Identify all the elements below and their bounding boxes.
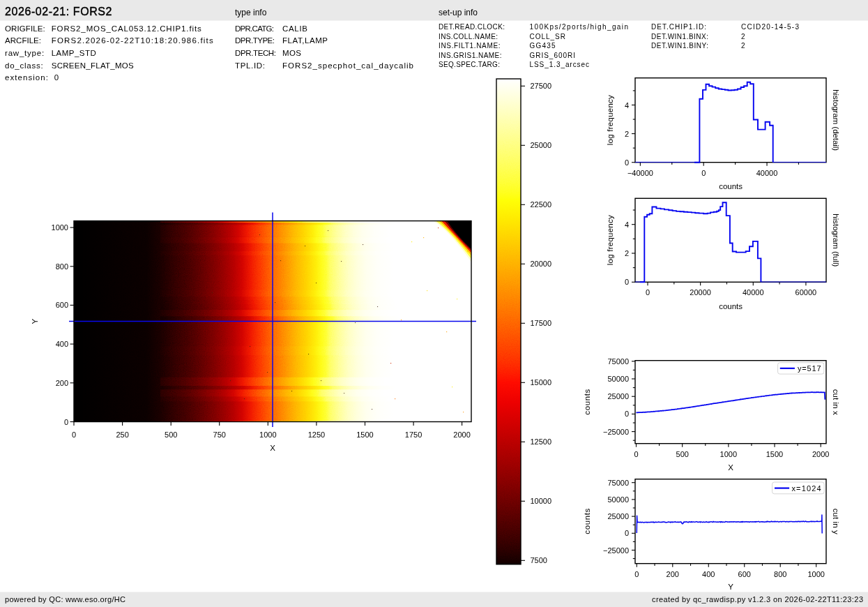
svg-text:1000: 1000	[52, 223, 68, 232]
svg-text:2: 2	[741, 42, 745, 50]
svg-text:1500: 1500	[356, 430, 373, 439]
svg-text:histogram (full): histogram (full)	[832, 213, 840, 267]
svg-text:INS.FILT1.NAME:: INS.FILT1.NAME:	[439, 42, 501, 50]
svg-text:FORS2_MOS_CAL053.12.CHIP1.fits: FORS2_MOS_CAL053.12.CHIP1.fits	[52, 24, 201, 33]
svg-text:750: 750	[213, 430, 226, 439]
svg-text:200: 200	[56, 379, 68, 387]
svg-text:CALIB: CALIB	[282, 24, 307, 33]
svg-text:400: 400	[56, 340, 68, 348]
svg-text:15000: 15000	[531, 378, 552, 387]
svg-text:100Kps/2ports/high_gain: 100Kps/2ports/high_gain	[530, 23, 629, 31]
svg-text:12500: 12500	[531, 437, 552, 446]
svg-text:histogram (detail): histogram (detail)	[832, 89, 840, 151]
svg-text:500: 500	[165, 430, 177, 439]
svg-text:2026-02-21: FORS2: 2026-02-21: FORS2	[5, 6, 112, 17]
svg-text:LAMP_STD: LAMP_STD	[52, 49, 96, 57]
svg-text:SCREEN_FLAT_MOS: SCREEN_FLAT_MOS	[52, 61, 134, 70]
svg-text:800: 800	[774, 570, 786, 578]
svg-text:−40000: −40000	[627, 169, 653, 177]
svg-text:1500: 1500	[766, 450, 783, 458]
svg-text:FORS2.2026-02-22T10:18:20.986.: FORS2.2026-02-22T10:18:20.986.fits	[52, 36, 213, 45]
svg-text:ARCFILE:: ARCFILE:	[5, 36, 41, 45]
svg-text:GG435: GG435	[530, 42, 556, 50]
svg-text:do_class:: do_class:	[5, 61, 43, 70]
svg-text:60000: 60000	[795, 288, 817, 297]
svg-text:DPR.CATG:: DPR.CATG:	[235, 24, 274, 33]
svg-text:MOS: MOS	[282, 49, 301, 57]
svg-text:0: 0	[54, 73, 59, 82]
svg-text:17500: 17500	[531, 319, 552, 327]
svg-text:DET.WIN1.BINX:: DET.WIN1.BINX:	[651, 33, 708, 40]
svg-text:type info: type info	[235, 8, 267, 17]
svg-text:22500: 22500	[531, 200, 552, 209]
svg-text:SEQ.SPEC.TARG:: SEQ.SPEC.TARG:	[439, 61, 500, 68]
svg-text:0: 0	[701, 169, 706, 177]
svg-text:log frequency: log frequency	[606, 95, 614, 145]
svg-text:0: 0	[625, 278, 629, 286]
svg-text:counts: counts	[719, 182, 743, 190]
svg-text:27500: 27500	[531, 82, 552, 90]
svg-text:2000: 2000	[812, 450, 829, 458]
svg-text:20000: 20000	[531, 260, 552, 268]
svg-text:DPR.TYPE:: DPR.TYPE:	[235, 36, 275, 45]
svg-text:Y: Y	[728, 583, 733, 591]
svg-text:200: 200	[667, 570, 679, 578]
svg-text:X: X	[270, 444, 275, 452]
svg-text:7500: 7500	[531, 556, 547, 564]
svg-text:counts: counts	[583, 389, 591, 414]
svg-text:400: 400	[702, 570, 715, 578]
svg-text:log frequency: log frequency	[606, 215, 614, 265]
svg-text:DET.READ.CLOCK:: DET.READ.CLOCK:	[439, 23, 505, 31]
svg-text:50000: 50000	[607, 495, 629, 504]
svg-text:cut in x: cut in x	[832, 389, 840, 415]
svg-text:75000: 75000	[607, 479, 629, 487]
svg-text:powered by QC: www.eso.org/HC: powered by QC: www.eso.org/HC	[5, 595, 125, 604]
svg-text:1750: 1750	[405, 430, 422, 439]
svg-text:FLAT,LAMP: FLAT,LAMP	[282, 36, 328, 45]
svg-text:0: 0	[72, 430, 76, 439]
svg-text:DPR.TECH:: DPR.TECH:	[235, 49, 276, 57]
svg-text:−25000: −25000	[603, 546, 629, 555]
svg-text:0: 0	[625, 529, 629, 537]
svg-text:INS.COLL.NAME:: INS.COLL.NAME:	[439, 33, 498, 40]
svg-text:2: 2	[741, 33, 745, 40]
svg-text:4: 4	[625, 220, 629, 229]
svg-text:4: 4	[625, 101, 629, 110]
svg-text:1000: 1000	[807, 570, 824, 578]
svg-text:2000: 2000	[453, 430, 470, 439]
svg-text:0: 0	[64, 418, 68, 426]
svg-text:40000: 40000	[756, 169, 778, 177]
svg-text:X: X	[728, 463, 733, 472]
svg-text:0: 0	[634, 570, 639, 578]
svg-text:counts: counts	[719, 302, 743, 310]
svg-text:25000: 25000	[607, 392, 629, 400]
svg-text:75000: 75000	[607, 357, 629, 366]
svg-text:600: 600	[56, 301, 68, 309]
svg-text:1000: 1000	[259, 430, 276, 439]
svg-text:INS.GRIS1.NAME:: INS.GRIS1.NAME:	[439, 52, 502, 59]
svg-text:DET.WIN1.BINY:: DET.WIN1.BINY:	[651, 42, 708, 50]
svg-text:1000: 1000	[720, 450, 737, 458]
svg-text:0: 0	[634, 450, 638, 458]
svg-text:cut in y: cut in y	[832, 509, 840, 534]
svg-text:0: 0	[646, 288, 650, 297]
svg-text:TPL.ID:: TPL.ID:	[235, 61, 265, 70]
svg-text:Y: Y	[31, 318, 39, 324]
svg-text:1250: 1250	[308, 430, 325, 439]
svg-text:GRIS_600RI: GRIS_600RI	[530, 52, 576, 59]
svg-text:CCID20-14-5-3: CCID20-14-5-3	[741, 23, 799, 31]
svg-text:0: 0	[625, 410, 629, 418]
svg-text:800: 800	[56, 262, 68, 271]
svg-text:FORS2_specphot_cal_daycalib: FORS2_specphot_cal_daycalib	[282, 61, 413, 70]
svg-text:50000: 50000	[607, 375, 629, 383]
svg-text:25000: 25000	[531, 141, 552, 149]
svg-text:600: 600	[738, 570, 751, 578]
svg-text:20000: 20000	[690, 288, 711, 297]
svg-text:raw_type:: raw_type:	[5, 49, 44, 57]
svg-text:extension:: extension:	[5, 73, 48, 82]
svg-text:set-up info: set-up info	[439, 8, 478, 17]
svg-text:LSS_1.3_arcsec: LSS_1.3_arcsec	[530, 61, 590, 68]
svg-text:x=1024: x=1024	[792, 484, 821, 493]
svg-text:500: 500	[676, 450, 689, 458]
svg-text:ORIGFILE:: ORIGFILE:	[5, 24, 45, 33]
